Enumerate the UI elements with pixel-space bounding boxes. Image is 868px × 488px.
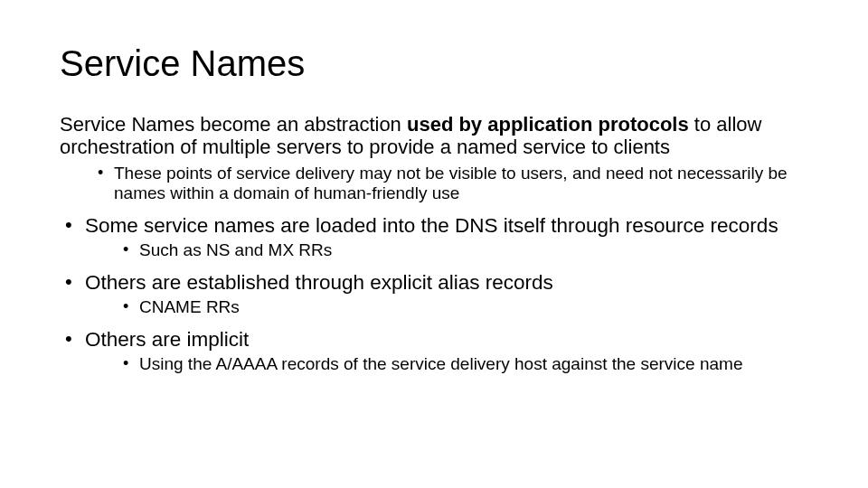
sub-bullet-list: Using the A/AAAA records of the service … bbox=[85, 354, 808, 374]
bullet-item: Others are established through explicit … bbox=[60, 271, 808, 317]
sub-bullet-item: CNAME RRs bbox=[85, 297, 808, 317]
bullet-item: Some service names are loaded into the D… bbox=[60, 214, 808, 260]
intro-pre: Service Names become an abstraction bbox=[60, 113, 407, 136]
slide: Service Names Service Names become an ab… bbox=[0, 0, 868, 488]
sub-bullet-list: Such as NS and MX RRs bbox=[85, 240, 808, 260]
sub-bullet-item: Such as NS and MX RRs bbox=[85, 240, 808, 260]
slide-title: Service Names bbox=[60, 43, 808, 83]
intro-subpoint: These points of service delivery may not… bbox=[60, 164, 808, 203]
intro-bold: used by application protocols bbox=[407, 113, 689, 136]
bullet-item: Others are implicit Using the A/AAAA rec… bbox=[60, 328, 808, 374]
bullet-text: Others are established through explicit … bbox=[85, 271, 553, 294]
sub-bullet-list: CNAME RRs bbox=[85, 297, 808, 317]
bullet-text: Some service names are loaded into the D… bbox=[85, 214, 778, 237]
intro-subpoints: These points of service delivery may not… bbox=[60, 164, 808, 203]
intro-paragraph: Service Names become an abstraction used… bbox=[60, 114, 808, 158]
sub-bullet-item: Using the A/AAAA records of the service … bbox=[85, 354, 808, 374]
bullet-text: Others are implicit bbox=[85, 328, 249, 351]
bullet-list: Some service names are loaded into the D… bbox=[60, 214, 808, 374]
